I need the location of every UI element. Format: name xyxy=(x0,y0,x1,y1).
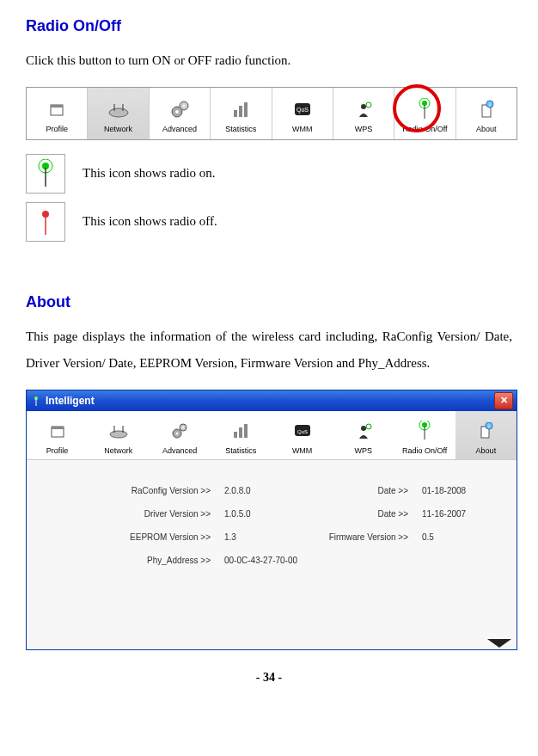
heading-about: About xyxy=(26,293,512,311)
svg-text:QoS: QoS xyxy=(297,107,309,114)
collapse-arrow-icon[interactable] xyxy=(487,639,511,648)
svg-rect-39 xyxy=(239,427,242,438)
heading-radio-onoff: Radio On/Off xyxy=(26,17,512,35)
raconfig-date-label: Date >> xyxy=(310,486,413,495)
toolbar-item-label: Statistics xyxy=(225,446,256,455)
wmm-icon: QoS xyxy=(292,97,313,121)
svg-rect-40 xyxy=(244,424,248,438)
about-window: Intelligent ✕ Profile Network Advanced xyxy=(26,390,517,650)
gear-icon xyxy=(171,419,188,443)
toolbar-item-label: Radio On/Off xyxy=(402,446,447,455)
toolbar-item-label: Profile xyxy=(46,446,69,455)
toolbar-item-wmm[interactable]: QoS WMM xyxy=(272,88,333,139)
toolbar-item-profile[interactable]: Profile xyxy=(27,88,88,139)
titlebar-text: Intelligent xyxy=(46,395,95,407)
toolbar-item-wps[interactable]: WPS xyxy=(333,88,394,139)
win-tab-statistics[interactable]: Statistics xyxy=(211,411,272,459)
about-icon: i xyxy=(477,97,496,121)
win-tab-profile[interactable]: Profile xyxy=(27,411,88,459)
svg-point-8 xyxy=(182,104,185,107)
profile-icon xyxy=(47,97,66,121)
eeprom-version-value: 1.3 xyxy=(224,532,302,542)
win-tab-wps[interactable]: WPS xyxy=(333,411,394,459)
svg-rect-1 xyxy=(51,105,63,108)
svg-rect-11 xyxy=(244,102,248,117)
svg-point-43 xyxy=(361,426,366,431)
radio-on-large-icon xyxy=(26,154,65,194)
win-tab-network[interactable]: Network xyxy=(88,411,149,459)
network-icon xyxy=(107,97,130,121)
radio-on-label: This icon shows radio on. xyxy=(83,166,216,181)
driver-date-value: 11-16-2007 xyxy=(422,509,491,519)
raconfig-version-value: 2.0.8.0 xyxy=(224,486,302,495)
svg-text:QoS: QoS xyxy=(297,429,308,434)
svg-point-37 xyxy=(182,427,184,428)
wmm-icon: QoS xyxy=(293,419,312,443)
about-panel: RaConfig Version >> 2.0.8.0 Date >> 01-1… xyxy=(27,460,517,649)
toolbar-item-label: WPS xyxy=(355,446,373,455)
wps-icon xyxy=(355,419,372,443)
gear-icon xyxy=(170,97,189,121)
titlebar: Intelligent ✕ xyxy=(27,390,517,411)
toolbar-item-label: Radio On/Off xyxy=(402,125,447,133)
toolbar-item-label: Profile xyxy=(46,125,68,133)
toolbar-item-statistics[interactable]: Statistics xyxy=(211,88,272,139)
svg-rect-38 xyxy=(234,432,237,438)
svg-point-35 xyxy=(176,432,179,434)
svg-rect-9 xyxy=(234,110,237,117)
firmware-version-label: Firmware Version >> xyxy=(310,532,413,542)
driver-date-label: Date >> xyxy=(310,509,413,519)
radio-off-large-icon xyxy=(26,202,65,242)
toolbar-item-label: WMM xyxy=(292,125,313,133)
toolbar-item-network[interactable]: Network xyxy=(88,88,149,139)
raconfig-date-value: 01-18-2008 xyxy=(422,486,491,495)
toolbar-item-label: Statistics xyxy=(225,125,256,133)
profile-icon xyxy=(49,419,66,443)
toolbar-top: Profile Network Advanced Statistics QoS … xyxy=(26,87,517,140)
raconfig-version-label: RaConfig Version >> xyxy=(113,486,216,495)
svg-text:i: i xyxy=(489,424,490,429)
svg-rect-30 xyxy=(52,427,64,429)
toolbar-item-label: About xyxy=(476,446,497,455)
page-number: - 34 - xyxy=(26,671,512,685)
toolbar-item-label: Advanced xyxy=(162,125,197,133)
statistics-icon xyxy=(232,419,249,443)
radio-on-row: This icon shows radio on. xyxy=(26,154,512,194)
toolbar-item-label: Network xyxy=(104,125,132,133)
radio-on-icon xyxy=(416,419,433,443)
svg-text:i: i xyxy=(489,102,490,108)
win-tab-wmm[interactable]: QoS WMM xyxy=(272,411,333,459)
firmware-version-value: 0.5 xyxy=(422,532,491,542)
phy-address-value: 00-0C-43-27-70-00 xyxy=(224,556,302,565)
toolbar-item-label: Network xyxy=(104,446,132,455)
radio-on-icon xyxy=(415,97,434,121)
radio-off-row: This icon shows radio off. xyxy=(26,202,512,242)
radio-off-label: This icon shows radio off. xyxy=(83,214,217,229)
app-icon xyxy=(30,395,42,407)
wps-icon xyxy=(354,97,373,121)
win-tab-advanced[interactable]: Advanced xyxy=(150,411,211,459)
win-tab-about[interactable]: i About xyxy=(455,411,517,459)
network-icon xyxy=(108,419,129,443)
svg-point-6 xyxy=(175,110,179,114)
toolbar-item-label: WMM xyxy=(292,446,313,455)
svg-point-2 xyxy=(109,108,128,117)
driver-version-label: Driver Version >> xyxy=(113,509,216,519)
svg-point-15 xyxy=(366,102,371,108)
toolbar-item-label: WPS xyxy=(355,125,373,133)
toolbar-item-advanced[interactable]: Advanced xyxy=(150,88,211,139)
close-button[interactable]: ✕ xyxy=(494,392,513,409)
window-toolbar: Profile Network Advanced Statistics QoS … xyxy=(27,411,517,460)
toolbar-item-about[interactable]: i About xyxy=(456,88,517,139)
toolbar-item-label: About xyxy=(476,125,497,133)
about-icon: i xyxy=(477,419,494,443)
win-tab-radio[interactable]: Radio On/Off xyxy=(394,411,455,459)
toolbar-item-radio[interactable]: Radio On/Off xyxy=(394,88,455,139)
radio-desc: Click this button to turn ON or OFF radi… xyxy=(26,47,512,75)
statistics-icon xyxy=(231,97,250,121)
svg-point-44 xyxy=(366,424,371,429)
svg-point-31 xyxy=(110,431,127,438)
phy-address-label: Phy_Address >> xyxy=(113,556,216,565)
eeprom-version-label: EEPROM Version >> xyxy=(113,532,216,542)
close-icon: ✕ xyxy=(500,396,508,405)
